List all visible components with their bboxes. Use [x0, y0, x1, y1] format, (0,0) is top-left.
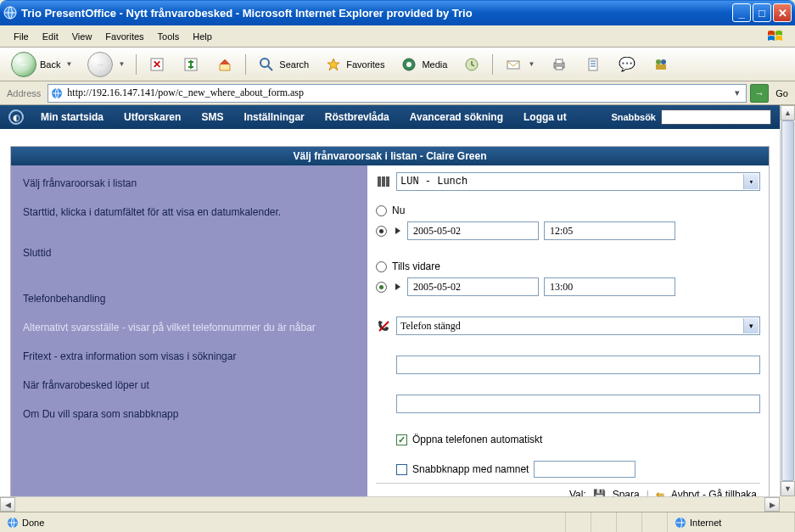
scroll-corner — [780, 496, 795, 512]
history-icon — [462, 55, 481, 74]
ie-icon — [3, 6, 17, 20]
end-until-radio[interactable] — [376, 261, 387, 272]
scroll-down-icon[interactable]: ▼ — [781, 481, 795, 496]
quick-checkbox[interactable] — [396, 464, 407, 475]
media-button[interactable]: Media — [394, 52, 453, 77]
favorites-button[interactable]: Favorites — [318, 52, 390, 77]
end-date-radio[interactable] — [376, 282, 387, 293]
back-button[interactable]: ← Back▼ — [5, 48, 78, 81]
end-date-input[interactable] — [407, 277, 539, 296]
address-input[interactable] — [67, 87, 731, 99]
chevron-down-icon: ▾ — [743, 318, 759, 333]
label-start: Starttid, klicka i datumfältet för att v… — [23, 206, 356, 218]
horizontal-scrollbar[interactable]: ◀ ▶ — [0, 496, 780, 512]
address-bar: Address ▾ → Go — [0, 81, 795, 105]
refresh-button[interactable] — [176, 52, 206, 77]
address-dropdown-icon[interactable]: ▾ — [731, 87, 744, 98]
form-panel: Välj frånvaroorsak i listan - Claire Gre… — [10, 146, 770, 512]
menu-favorites[interactable]: Favorites — [98, 29, 150, 44]
nav-utforskaren[interactable]: Utforskaren — [115, 111, 189, 123]
label-alt: Alternativt svarsställe - visar på vilke… — [23, 322, 356, 333]
app-nav: ◐ Min startsida Utforskaren SMS Inställn… — [0, 105, 780, 129]
label-end: Sluttid — [23, 247, 356, 259]
nav-installningar[interactable]: Inställningar — [235, 111, 312, 123]
start-time-input[interactable] — [544, 221, 675, 240]
window-minimize-button[interactable]: _ — [732, 3, 751, 22]
scroll-thumb[interactable] — [781, 120, 794, 481]
label-reason: Välj frånvaroorsak i listan — [23, 177, 356, 189]
reason-select[interactable]: LUN - Lunch ▾ — [396, 172, 760, 191]
back-label: Back — [40, 59, 60, 70]
nav-sms[interactable]: SMS — [193, 111, 232, 123]
label-expires: När frånvarobesked löper ut — [23, 379, 356, 391]
scroll-left-icon[interactable]: ◀ — [0, 497, 15, 512]
star-icon — [324, 55, 343, 74]
status-text: Done — [22, 518, 44, 528]
quicksearch-input[interactable] — [661, 109, 771, 125]
label-quickbtn: Om Du vill spara som snabbknapp — [23, 408, 356, 420]
mail-icon — [504, 55, 523, 74]
phone-select[interactable]: Telefon stängd ▾ — [396, 316, 760, 335]
window-close-button[interactable]: ✕ — [773, 3, 792, 22]
menu-view[interactable]: View — [65, 29, 99, 44]
stop-icon: ✕ — [148, 55, 166, 74]
start-date-input[interactable] — [407, 221, 539, 240]
go-button[interactable]: → — [750, 84, 769, 103]
viewport: ◐ Min startsida Utforskaren SMS Inställn… — [0, 105, 795, 512]
svg-point-18 — [661, 59, 666, 64]
home-button[interactable] — [210, 52, 240, 77]
windows-logo-icon — [763, 27, 788, 46]
start-now-radio[interactable] — [376, 205, 387, 216]
svg-point-17 — [656, 59, 661, 64]
window-titlebar: Trio PresentOffice - Nytt frånvarobesked… — [0, 0, 795, 25]
end-time-input[interactable] — [544, 277, 675, 296]
mail-button[interactable]: ▼ — [498, 52, 540, 77]
start-date-radio[interactable] — [376, 226, 387, 237]
end-until-label: Tills vidare — [392, 260, 440, 272]
history-button[interactable] — [456, 52, 487, 77]
menu-help[interactable]: Help — [186, 29, 219, 44]
freetext-input[interactable] — [396, 395, 760, 413]
forward-button[interactable]: →▼ — [81, 48, 131, 81]
auto-open-checkbox[interactable]: ✓ — [396, 434, 407, 445]
svg-rect-21 — [378, 176, 381, 187]
scroll-right-icon[interactable]: ▶ — [764, 497, 780, 512]
address-input-wrap[interactable]: ▾ — [48, 84, 747, 103]
nav-startsida[interactable]: Min startsida — [32, 111, 112, 123]
zone-text: Internet — [690, 518, 721, 528]
reason-icon — [376, 175, 391, 188]
svg-point-7 — [406, 62, 411, 67]
print-button[interactable] — [544, 52, 574, 77]
chevron-down-icon: ▾ — [743, 174, 759, 189]
edit-button[interactable] — [578, 52, 608, 77]
svg-line-5 — [268, 66, 272, 70]
edit-icon — [584, 55, 602, 74]
label-phone: Telefonbehandling — [23, 293, 356, 305]
statusbar: Done Internet — [0, 512, 795, 532]
menu-file[interactable]: File — [7, 29, 36, 44]
window-title: Trio PresentOffice - Nytt frånvarobesked… — [21, 7, 732, 20]
alt-input[interactable] — [396, 356, 760, 374]
window-maximize-button[interactable]: □ — [753, 3, 771, 22]
toolbar: ← Back▼ →▼ ✕ Search Favorites Media ▼ 💬 — [0, 48, 795, 81]
search-button[interactable]: Search — [251, 52, 315, 77]
menubar: File Edit View Favorites Tools Help — [0, 25, 795, 48]
play-icon — [395, 227, 400, 234]
messenger-button[interactable] — [646, 52, 676, 77]
stop-button[interactable]: ✕ — [142, 52, 172, 77]
discuss-icon: 💬 — [618, 55, 636, 74]
quick-name-input[interactable] — [534, 461, 635, 478]
discuss-button[interactable]: 💬 — [612, 52, 642, 77]
search-icon — [257, 55, 276, 74]
messenger-icon — [652, 55, 670, 74]
page-icon — [50, 87, 64, 100]
nav-avancerad[interactable]: Avancerad sökning — [401, 111, 512, 123]
brand-icon: ◐ — [8, 109, 24, 125]
nav-loggaut[interactable]: Logga ut — [515, 111, 575, 123]
menu-edit[interactable]: Edit — [36, 29, 65, 44]
nav-rostbrevlada[interactable]: Röstbrevlåda — [316, 111, 398, 123]
start-now-label: Nu — [392, 204, 405, 216]
scroll-up-icon[interactable]: ▲ — [781, 105, 795, 120]
menu-tools[interactable]: Tools — [151, 29, 187, 44]
vertical-scrollbar[interactable]: ▲ ▼ — [780, 105, 795, 496]
